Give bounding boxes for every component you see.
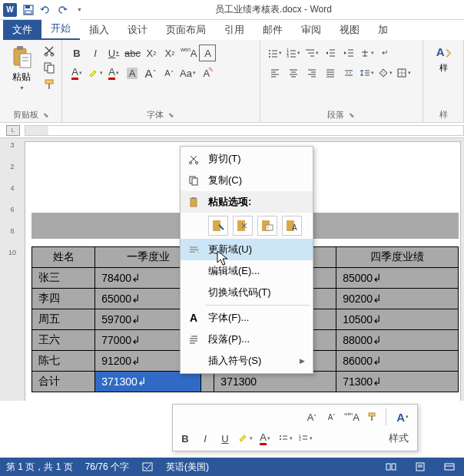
change-case-button[interactable]: Aa▾: [179, 64, 197, 81]
mini-shrink-font[interactable]: A˅: [323, 408, 341, 426]
view-web-icon[interactable]: [441, 460, 458, 474]
align-justify-button[interactable]: [322, 64, 339, 81]
paste-merge-button[interactable]: [233, 216, 253, 236]
view-print-icon[interactable]: [412, 460, 429, 474]
mini-numbering[interactable]: 12▾: [296, 429, 314, 448]
mini-phonetic[interactable]: wénA: [343, 408, 361, 426]
ctx-edit-field[interactable]: 编辑域(E)...: [181, 260, 313, 282]
align-right-button[interactable]: [303, 64, 320, 81]
status-language[interactable]: 英语(美国): [166, 461, 209, 474]
tab-addins[interactable]: 加: [369, 20, 397, 40]
mini-italic[interactable]: I: [196, 429, 214, 448]
paste-keep-source-button[interactable]: [208, 216, 228, 236]
ctx-toggle-codes[interactable]: 切换域代码(T): [181, 282, 313, 303]
asian-layout-button[interactable]: ▾: [359, 45, 376, 61]
col-q4[interactable]: 四季度业绩: [336, 247, 459, 268]
qat-customize-icon[interactable]: ▼: [72, 3, 86, 17]
clipboard-dialog-launcher[interactable]: ⬊: [43, 111, 49, 119]
ribbon: 粘贴 ▼ 剪贴板⬊ B I U▾ abc X2 X2 wénA: [0, 40, 464, 123]
mini-font-color[interactable]: A▾: [256, 429, 274, 448]
status-words[interactable]: 76/76 个字: [85, 461, 129, 474]
shading-button[interactable]: ▾: [377, 64, 394, 81]
char-shading-button[interactable]: A: [124, 64, 141, 81]
borders-button[interactable]: ▾: [396, 64, 413, 81]
tab-references[interactable]: 引用: [215, 20, 254, 40]
ruler-track[interactable]: [25, 125, 464, 136]
ctx-insert-symbol[interactable]: 插入符号(S) ▶: [181, 350, 313, 372]
ctx-update-field[interactable]: 更新域(U): [181, 239, 313, 260]
undo-icon[interactable]: [38, 3, 52, 17]
mini-highlight[interactable]: ▾: [236, 429, 254, 448]
group-styles: A 样 样: [423, 40, 464, 122]
shrink-font-button[interactable]: A˅: [161, 64, 177, 81]
font-dialog-launcher[interactable]: ⬊: [168, 111, 174, 119]
paste-text-button[interactable]: A: [282, 216, 302, 236]
view-read-icon[interactable]: [383, 460, 399, 474]
distribute-button[interactable]: [340, 64, 357, 81]
col-name[interactable]: 姓名: [32, 247, 95, 268]
mini-styles[interactable]: A▾: [391, 408, 414, 426]
mini-format-painter[interactable]: [363, 408, 381, 426]
font-color2-button[interactable]: A▾: [105, 64, 122, 81]
numbering-button[interactable]: 123▾: [285, 45, 302, 61]
svg-rect-12: [45, 80, 53, 84]
phonetic-guide-button[interactable]: wénA: [180, 45, 198, 61]
mini-styles-label[interactable]: 样式: [383, 429, 414, 448]
paste-button[interactable]: 粘贴 ▼: [5, 43, 38, 107]
char-border-button[interactable]: A: [199, 45, 216, 61]
font-group-label: 字体: [147, 109, 164, 121]
format-painter-button[interactable]: [41, 77, 57, 92]
paragraph-dialog-launcher[interactable]: ⬊: [349, 111, 355, 119]
underline-button[interactable]: U▾: [105, 45, 122, 61]
mini-bullets[interactable]: ▾: [276, 429, 294, 448]
ctx-paragraph[interactable]: 段落(P)...: [181, 329, 313, 350]
svg-rect-82: [371, 416, 373, 421]
align-left-button[interactable]: [267, 64, 283, 81]
increase-indent-button[interactable]: [340, 45, 357, 61]
tab-home[interactable]: 开始: [41, 18, 80, 40]
window-title: 员工业绩考核表.docx - Word: [86, 3, 461, 16]
save-icon[interactable]: [22, 3, 35, 17]
superscript-button[interactable]: X2: [161, 45, 178, 61]
multilevel-button[interactable]: ▾: [303, 45, 320, 61]
ctx-copy[interactable]: 复制(C): [181, 170, 313, 191]
tab-file[interactable]: 文件: [3, 20, 41, 40]
mini-grow-font[interactable]: A˄: [303, 408, 321, 426]
tab-insert[interactable]: 插入: [80, 20, 118, 40]
bold-button[interactable]: B: [68, 45, 85, 61]
mini-bold[interactable]: B: [176, 429, 194, 448]
horizontal-ruler[interactable]: L: [0, 123, 464, 138]
show-marks-button[interactable]: ↵: [377, 45, 394, 61]
ribbon-tabs: 文件 开始 插入 设计 页面布局 引用 邮件 审阅 视图 加: [0, 20, 464, 40]
bullets-button[interactable]: ▾: [267, 45, 283, 61]
subscript-button[interactable]: X2: [143, 45, 160, 61]
tab-selector[interactable]: L: [6, 125, 20, 136]
highlight-button[interactable]: ▾: [87, 64, 104, 81]
styles-button[interactable]: A 样: [428, 43, 459, 74]
tab-review[interactable]: 审阅: [292, 20, 330, 40]
svg-text:A: A: [292, 223, 297, 232]
tab-view[interactable]: 视图: [330, 20, 369, 40]
font-color-button[interactable]: A▾: [68, 64, 85, 81]
paste-picture-button[interactable]: [257, 216, 277, 236]
redo-icon[interactable]: [55, 3, 69, 17]
ctx-cut[interactable]: 剪切(T): [181, 148, 313, 170]
tab-mailings[interactable]: 邮件: [254, 20, 292, 40]
line-spacing-button[interactable]: ▾: [359, 64, 376, 81]
tab-layout[interactable]: 页面布局: [157, 20, 215, 40]
grow-font-button[interactable]: A˄: [142, 64, 159, 81]
decrease-indent-button[interactable]: [322, 45, 339, 61]
ctx-font[interactable]: A 字体(F)...: [181, 307, 313, 329]
copy-button[interactable]: [41, 60, 57, 75]
mini-underline[interactable]: U: [216, 429, 234, 448]
spellcheck-icon[interactable]: [141, 461, 154, 472]
align-center-button[interactable]: [285, 64, 302, 81]
cut-button[interactable]: [41, 43, 57, 58]
status-page[interactable]: 第 1 页，共 1 页: [6, 461, 73, 474]
tab-design[interactable]: 设计: [118, 20, 157, 40]
clear-format-button[interactable]: A✎: [198, 64, 215, 81]
strikethrough-button[interactable]: abc: [124, 45, 141, 61]
italic-button[interactable]: I: [87, 45, 104, 61]
paragraph-group-label: 段落: [327, 109, 344, 121]
vertical-ruler[interactable]: 3 2 4 6 8 10: [6, 141, 18, 256]
